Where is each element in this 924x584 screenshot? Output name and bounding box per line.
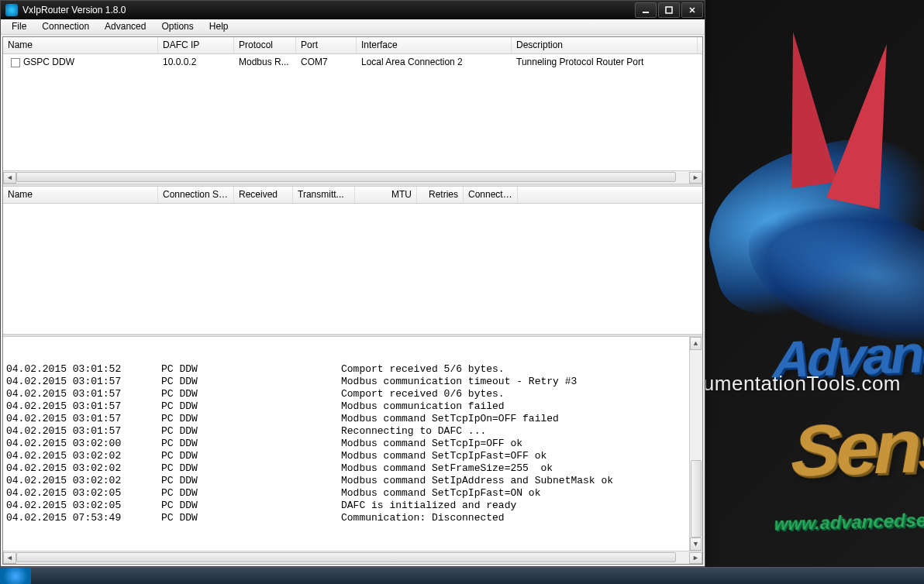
log-line: 04.02.2015 03:02:02PC DDWModbus command … xyxy=(6,475,699,487)
start-button[interactable] xyxy=(0,568,31,584)
mid-table-body[interactable] xyxy=(3,204,702,334)
log-timestamp: 04.02.2015 03:01:57 xyxy=(6,413,161,425)
log-message: Modbus command SetFrameSize=255 ok xyxy=(341,462,699,475)
log-source: PC DDW xyxy=(161,500,341,512)
log-line: 04.02.2015 03:02:05PC DDWDAFC is initial… xyxy=(6,500,699,512)
scroll-down-button[interactable]: ▼ xyxy=(690,538,702,551)
minimize-button[interactable] xyxy=(635,2,657,18)
menubar: File Connection Advanced Options Help xyxy=(1,19,705,35)
log-source: PC DDW xyxy=(161,462,341,475)
scroll-left-button[interactable]: ◄ xyxy=(3,552,16,564)
menu-help[interactable]: Help xyxy=(202,19,236,33)
log-line: 04.02.2015 03:01:57PC DDWComport receive… xyxy=(6,388,699,400)
column-header[interactable]: Connecti... xyxy=(464,187,518,203)
log-line: 04.02.2015 03:02:02PC DDWModbus command … xyxy=(6,462,699,475)
log-vertical-scrollbar[interactable]: ▲ ▼ xyxy=(689,337,702,551)
scroll-right-button[interactable]: ► xyxy=(689,552,702,564)
column-header[interactable]: Transmitt... xyxy=(293,187,355,203)
top-table-header: NameDAFC IPProtocolPortInterfaceDescript… xyxy=(3,37,702,54)
vscroll-thumb[interactable] xyxy=(691,460,702,538)
log-message: Comport received 5/6 bytes. xyxy=(341,363,699,376)
log-message: Communication: Disconnected xyxy=(341,512,699,524)
log-source: PC DDW xyxy=(161,376,341,388)
window-title: VxIpRouter Version 1.8.0 xyxy=(22,5,635,15)
mid-table-header: NameConnection St...ReceivedTransmitt...… xyxy=(3,187,702,204)
svg-rect-1 xyxy=(666,7,672,13)
maximize-button[interactable] xyxy=(658,2,680,18)
log-message: Comport received 0/6 bytes. xyxy=(341,388,699,400)
log-message: Modbus command SetTcpIp=OFF ok xyxy=(341,438,699,450)
column-header[interactable]: DAFC IP xyxy=(158,37,234,53)
logo-text-sens: Sens xyxy=(788,402,924,494)
log-line: 04.02.2015 03:01:57PC DDWReconnecting to… xyxy=(6,425,699,438)
table-cell: Tunneling Protocol Router Port xyxy=(512,55,698,69)
log-message: Modbus communication timeout - Retry #3 xyxy=(341,376,699,388)
log-message: Modbus command SetIpAddress and SubnetMa… xyxy=(341,475,699,487)
scroll-right-button[interactable]: ► xyxy=(689,172,702,184)
log-line: 04.02.2015 03:01:57PC DDWModbus command … xyxy=(6,413,699,425)
table-cell: Local Area Connection 2 xyxy=(357,55,512,69)
table-row[interactable]: GSPC DDW10.0.0.2Modbus R...COM7Local Are… xyxy=(3,54,702,70)
log-message: Reconnecting to DAFC ... xyxy=(341,425,699,438)
log-source: PC DDW xyxy=(161,425,341,438)
log-area[interactable]: 04.02.2015 03:01:52PC DDWComport receive… xyxy=(3,337,702,551)
log-timestamp: 04.02.2015 03:02:02 xyxy=(6,450,161,462)
log-line: 04.02.2015 07:53:49PC DDWCommunication: … xyxy=(6,512,699,524)
column-header[interactable]: Received xyxy=(234,187,293,203)
log-timestamp: 04.02.2015 03:01:57 xyxy=(6,376,161,388)
log-timestamp: 04.02.2015 03:02:02 xyxy=(6,462,161,475)
column-header[interactable]: Port xyxy=(296,37,357,53)
log-source: PC DDW xyxy=(161,388,341,400)
top-horizontal-scrollbar[interactable]: ◄ ► xyxy=(3,170,702,184)
log-source: PC DDW xyxy=(161,413,341,425)
taskbar[interactable] xyxy=(0,567,924,584)
app-window: VxIpRouter Version 1.8.0 File Connection… xyxy=(0,0,705,567)
column-header[interactable]: Description xyxy=(512,37,698,53)
table-cell: Modbus R... xyxy=(234,55,296,69)
log-message: Modbus communication failed xyxy=(341,400,699,413)
scroll-thumb[interactable] xyxy=(16,552,676,562)
column-header[interactable]: Retries xyxy=(417,187,464,203)
log-source: PC DDW xyxy=(161,475,341,487)
log-source: PC DDW xyxy=(161,450,341,462)
scroll-thumb[interactable] xyxy=(16,172,676,182)
column-header[interactable]: Connection St... xyxy=(158,187,234,203)
titlebar[interactable]: VxIpRouter Version 1.8.0 xyxy=(1,1,705,19)
column-header[interactable]: Interface xyxy=(357,37,512,53)
scroll-up-button[interactable]: ▲ xyxy=(690,337,702,350)
scroll-left-button[interactable]: ◄ xyxy=(3,172,16,184)
table-cell: COM7 xyxy=(296,55,357,69)
log-horizontal-scrollbar[interactable]: ◄ ► xyxy=(3,551,702,564)
log-line: 04.02.2015 03:02:05PC DDWModbus command … xyxy=(6,487,699,500)
column-header[interactable]: Protocol xyxy=(234,37,296,53)
log-source: PC DDW xyxy=(161,487,341,500)
close-button[interactable] xyxy=(681,2,703,18)
scroll-track[interactable] xyxy=(16,172,689,184)
log-message: Modbus command SetTcpIpFast=ON ok xyxy=(341,487,699,500)
log-source: PC DDW xyxy=(161,438,341,450)
log-source: PC DDW xyxy=(161,400,341,413)
menu-options[interactable]: Options xyxy=(153,19,201,33)
top-table-body[interactable]: GSPC DDW10.0.0.2Modbus R...COM7Local Are… xyxy=(3,54,702,170)
menu-advanced[interactable]: Advanced xyxy=(97,19,153,33)
menu-file[interactable]: File xyxy=(4,19,34,33)
column-header[interactable]: Name xyxy=(3,187,158,203)
log-source: PC DDW xyxy=(161,512,341,524)
log-line: 04.02.2015 03:02:02PC DDWModbus command … xyxy=(6,450,699,462)
table-cell: GSPC DDW xyxy=(3,55,158,69)
log-timestamp: 04.02.2015 03:01:57 xyxy=(6,400,161,413)
row-checkbox[interactable] xyxy=(11,58,20,67)
column-header[interactable]: Name xyxy=(3,37,158,53)
log-message: Modbus command SetTcpIpOn=OFF failed xyxy=(341,413,699,425)
log-line: 04.02.2015 03:01:52PC DDWComport receive… xyxy=(6,363,699,376)
log-timestamp: 04.02.2015 03:01:57 xyxy=(6,425,161,438)
column-header[interactable]: MTU xyxy=(355,187,417,203)
log-timestamp: 04.02.2015 03:02:05 xyxy=(6,487,161,500)
svg-rect-0 xyxy=(643,12,649,13)
log-timestamp: 04.02.2015 03:01:57 xyxy=(6,388,161,400)
menu-connection[interactable]: Connection xyxy=(34,19,97,33)
log-timestamp: 04.02.2015 03:02:02 xyxy=(6,475,161,487)
scroll-track[interactable] xyxy=(16,552,689,564)
log-message: Modbus command SetTcpIpFast=OFF ok xyxy=(341,450,699,462)
logo-url: www.advancedsens xyxy=(774,509,924,534)
